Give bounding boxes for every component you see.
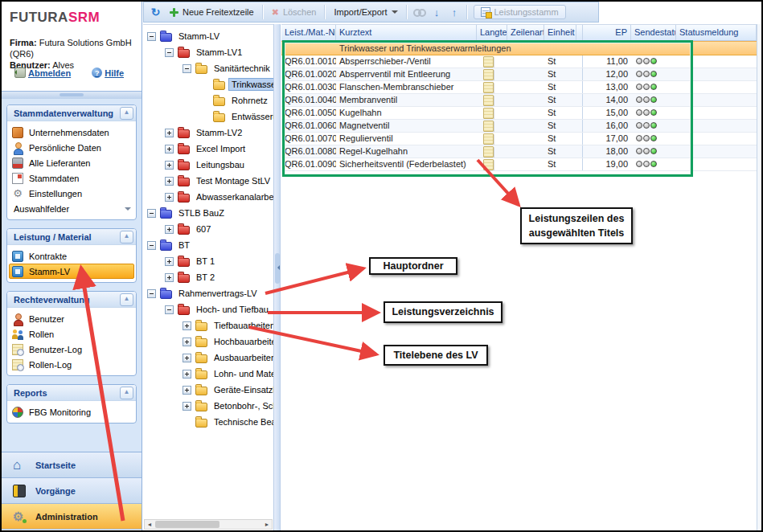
table-vertical-scrollbar[interactable]	[757, 24, 761, 530]
sidebar-item[interactable]: Auswahlfelder	[7, 201, 136, 216]
sidebar-item[interactable]: Persönliche Daten	[7, 140, 136, 155]
langtext-note-icon[interactable]	[483, 108, 494, 119]
tree-expander-icon[interactable]	[183, 321, 191, 330]
bottom-nav-item[interactable]: Startseite	[2, 452, 142, 478]
langtext-note-icon[interactable]	[483, 159, 494, 170]
panel-header[interactable]: Leistung / Material▲	[7, 229, 136, 245]
tree-node[interactable]: Tiefbauarbeiten	[143, 317, 273, 334]
tree-node[interactable]: Ausbauarbeiten	[143, 350, 273, 366]
scroll-left-icon[interactable]: ◄	[145, 520, 154, 529]
table-row[interactable]: QR6.01.0090 Sicherheitsventil (Federbela…	[281, 158, 757, 171]
loeschen-button[interactable]: ✖ Löschen	[269, 6, 319, 19]
tree-node[interactable]: Lohn- und Material-F	[143, 366, 273, 382]
sidebar-item[interactable]: Rollen	[7, 326, 136, 342]
sidebar-item[interactable]: Benutzer	[7, 311, 136, 326]
table-row[interactable]: QR6.01.0060 Magnetventil St 16,00	[281, 120, 757, 133]
tree-node[interactable]: Stamm-LV	[143, 28, 273, 44]
collapse-icon[interactable]: ▲	[120, 107, 133, 120]
tree-node[interactable]: Rahmenvertrags-LV	[143, 285, 273, 301]
tree-node[interactable]: Entwässerung	[143, 108, 273, 125]
column-header-einheit[interactable]: Einheit	[544, 25, 576, 40]
column-header-sendestatus[interactable]: Sendestatus	[631, 25, 676, 40]
langtext-note-icon[interactable]	[483, 69, 494, 80]
tree-expander-icon[interactable]	[183, 354, 191, 362]
sidebar-item[interactable]: Kontrakte	[7, 248, 136, 264]
bottom-nav-item[interactable]: Administration	[2, 504, 142, 530]
sidebar-item[interactable]: Alle Lieferanten	[7, 155, 136, 170]
langtext-note-icon[interactable]	[483, 95, 494, 106]
sidebar-item[interactable]: Benutzer-Log	[7, 342, 136, 357]
table-row[interactable]: QR6.01.0050 Kugelhahn St 15,00	[281, 107, 757, 120]
tree-expander-icon[interactable]	[165, 193, 174, 202]
tree-node[interactable]: Excel Import	[143, 141, 273, 157]
tree-expander-icon[interactable]	[165, 273, 174, 282]
langtext-note-icon[interactable]	[483, 146, 494, 158]
tree-node[interactable]: Leitungsbau	[143, 157, 273, 173]
table-row[interactable]: QR6.01.0080 Regel-Kugelhahn St 18,00	[281, 145, 757, 158]
tree-node[interactable]: Abwasserkanalarbeiten	[143, 189, 273, 205]
tree-expander-icon[interactable]	[147, 209, 156, 218]
tree-expander-icon[interactable]	[165, 145, 174, 153]
table-row[interactable]: QR6.01.0020 Absperrventil mit Entleerung…	[281, 68, 757, 81]
bottom-nav-item[interactable]: Vorgänge	[2, 478, 142, 504]
link-icon[interactable]	[413, 9, 425, 16]
sidebar-item[interactable]: Rollen-Log	[7, 357, 136, 372]
tree-node[interactable]: Rohrnetz	[143, 92, 273, 108]
hilfe-link[interactable]: Hilfe	[92, 68, 124, 78]
tree-expander-icon[interactable]	[147, 32, 156, 41]
move-down-icon[interactable]: ↓	[431, 6, 443, 18]
tree-node[interactable]: Sanitärtechnik	[143, 60, 273, 76]
langtext-note-icon[interactable]	[483, 121, 494, 132]
abmelden-link[interactable]: Abmelden	[14, 68, 71, 78]
tree-horizontal-scrollbar[interactable]: ◄ ►	[144, 519, 273, 530]
tree-expander-icon[interactable]	[183, 402, 191, 411]
langtext-note-icon[interactable]	[483, 133, 494, 145]
tree-expander-icon[interactable]	[165, 161, 174, 170]
column-header-zeilenart[interactable]: Zeilenart	[507, 25, 544, 40]
tree-expander-icon[interactable]	[183, 386, 191, 395]
column-header-kurztext[interactable]: Kurztext	[336, 25, 477, 40]
splitter-grip-icon[interactable]	[59, 93, 84, 96]
move-up-icon[interactable]: ↑	[449, 6, 461, 18]
neue-freitextzeile-button[interactable]: Neue Freitextzeile	[167, 6, 256, 18]
table-row[interactable]: QR6.01.0010 Absperrschieber-/Ventil St 1…	[281, 55, 757, 68]
sidebar-item[interactable]: Unternehmensdaten	[7, 125, 136, 140]
tree-node[interactable]: Trinkwasser und	[143, 76, 273, 92]
collapse-icon[interactable]: ▲	[120, 293, 133, 306]
tree-node[interactable]: Hoch- und Tiefbau	[143, 301, 273, 317]
leistungsstamm-button[interactable]: Leistungsstamm	[474, 5, 566, 19]
sidebar-item[interactable]: FBG Monitoring	[7, 404, 136, 419]
tree-node[interactable]: STLB BauZ	[143, 205, 273, 221]
tree-node[interactable]: BT 1	[143, 253, 273, 269]
tree-node[interactable]: Geräte-Einsatzliste	[143, 382, 273, 398]
column-header-statusmeldung[interactable]: Statusmeldung	[676, 25, 757, 40]
panel-header[interactable]: Rechteverwaltung▲	[7, 292, 136, 308]
sidebar-item[interactable]: Stamm-LV	[9, 264, 134, 279]
tree-node[interactable]: BT 2	[143, 269, 273, 285]
table-row[interactable]: QR6.01.0040 Membranventil St 14,00	[281, 94, 757, 107]
tree-expander-icon[interactable]	[183, 338, 191, 346]
import-export-button[interactable]: Import/Export	[331, 6, 400, 18]
langtext-note-icon[interactable]	[483, 56, 494, 68]
column-header-ep[interactable]: EP	[583, 25, 631, 40]
refresh-icon[interactable]: ↻	[150, 6, 162, 18]
panel-header[interactable]: Reports▲	[7, 385, 136, 401]
sidebar-item[interactable]: Einstellungen	[7, 186, 136, 201]
tree-node[interactable]: Test Montage StLV	[143, 173, 273, 189]
collapse-icon[interactable]: ▲	[120, 387, 133, 399]
table-row[interactable]: QR6.01.0030 Flanschen-Membranschieber St…	[281, 81, 757, 94]
tree-expander-icon[interactable]	[165, 305, 174, 314]
tree-table-splitter[interactable]	[273, 24, 281, 530]
tree-expander-icon[interactable]	[147, 289, 156, 298]
tree-expander-icon[interactable]	[183, 64, 191, 73]
tree-node[interactable]: BT	[143, 237, 273, 253]
table-row[interactable]: QR6.01.0070 Regulierventil St 17,00	[281, 133, 757, 145]
tree-expander-icon[interactable]	[183, 370, 191, 379]
group-title-row[interactable]: Trinkwasser und Trinkwasserwarmleitungen	[281, 41, 757, 55]
tree-expander-icon[interactable]	[165, 129, 174, 137]
tree-expander-icon[interactable]	[165, 177, 174, 186]
tree-expander-icon[interactable]	[165, 48, 174, 57]
scroll-right-icon[interactable]: ►	[262, 520, 272, 529]
scrollbar-thumb[interactable]	[155, 521, 219, 528]
tree-expander-icon[interactable]	[165, 225, 174, 234]
